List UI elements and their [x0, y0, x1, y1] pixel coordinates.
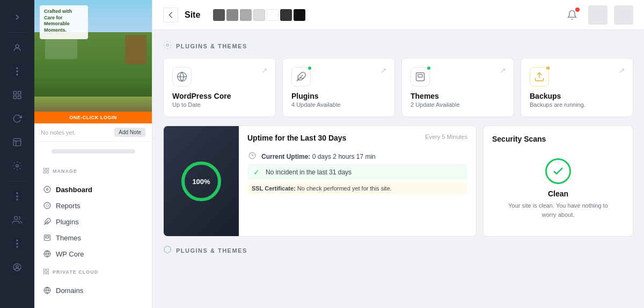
themes-icon: [43, 233, 52, 242]
card-arrow-3: ↗: [500, 66, 506, 75]
avatar-2[interactable]: [614, 5, 633, 25]
svg-rect-32: [46, 236, 49, 238]
ssl-row: SSL Certificate: No check performed yet …: [247, 182, 467, 195]
card-arrow-2: ↗: [380, 66, 387, 75]
svg-point-13: [17, 196, 18, 197]
svg-point-16: [17, 240, 18, 241]
domains-icon: [43, 286, 52, 295]
sidebar-item-wpcore[interactable]: WP Core: [34, 246, 152, 262]
dots-icon-1[interactable]: [6, 61, 28, 82]
nav-bar: [0, 0, 34, 308]
sidebar: Crafted with Care for Memorable Moments.…: [34, 0, 152, 308]
plugins-themes-section-2: PLUGINS & THEMES: [163, 245, 633, 262]
themes-label: Themes: [56, 234, 81, 242]
svg-rect-6: [13, 96, 16, 99]
svg-point-26: [46, 188, 48, 190]
plugins-card[interactable]: ↗ Plugins 4 Update Available: [282, 58, 395, 117]
thumbnail-card-title: Crafted with Care for Memorable Moments.: [44, 9, 84, 34]
refresh-icon[interactable]: [6, 108, 28, 129]
uptime-header: Uptime for the Last 30 Days Every 5 Minu…: [247, 134, 467, 142]
security-title: Security Scans: [492, 135, 624, 143]
sidebar-item-domains[interactable]: Domains: [34, 282, 152, 298]
themes-card[interactable]: ↗ Themes 2 Update Available: [401, 58, 514, 117]
content-area: PLUGINS & THEMES ↗ WordPress Core Up to …: [152, 30, 644, 308]
no-incident-text: No incident in the last 31 days: [266, 168, 352, 176]
plugins-themes-icon-2: [163, 245, 172, 256]
user-circle-icon[interactable]: [6, 37, 28, 58]
themes-card-subtitle: 2 Update Available: [411, 101, 505, 108]
one-click-login-btn[interactable]: ONE-CLICK LOGIN: [34, 112, 152, 123]
current-uptime-text: Current Uptime: 0 days 2 hours 17 min: [261, 153, 376, 160]
svg-rect-22: [47, 168, 49, 171]
no-notes-text: No notes yet.: [41, 129, 110, 136]
svg-point-1: [17, 68, 18, 69]
backups-card[interactable]: ↗ 0 Backups Backups are running.: [521, 58, 633, 117]
no-incident-stat: ✓ No incident in the last 31 days: [247, 165, 467, 180]
thumbnail-card: Crafted with Care for Memorable Moments.: [40, 5, 88, 39]
uptime-title: Uptime for the Last 30 Days: [247, 134, 346, 142]
swatch-dark-2[interactable]: [226, 9, 238, 21]
notes-bar: No notes yet. Add Note: [34, 123, 152, 142]
svg-point-14: [17, 199, 18, 201]
plugins-icon: [43, 217, 52, 226]
reports-icon: [43, 201, 52, 210]
card-arrow-4: ↗: [619, 66, 625, 75]
svg-point-19: [13, 263, 21, 271]
swatch-white[interactable]: [267, 9, 279, 21]
svg-rect-46: [416, 73, 425, 81]
users-icon[interactable]: [6, 209, 28, 231]
current-uptime-icon: [247, 152, 257, 161]
sidebar-item-reports[interactable]: Reports: [34, 197, 152, 214]
main-content: Site PLUGINS & THEME: [152, 0, 644, 308]
notification-button[interactable]: [562, 5, 582, 25]
plugins-themes-icon-1: [163, 41, 172, 52]
svg-point-11: [16, 165, 19, 167]
themes-card-title: Themes: [411, 92, 505, 100]
private-cloud-section: PRIVATE CLOUD: [34, 262, 152, 282]
sidebar-bar-area: [34, 142, 152, 161]
sidebar-item-dashboard[interactable]: Dashboard: [34, 181, 152, 197]
wpcore-icon: [43, 250, 52, 258]
add-note-button[interactable]: Add Note: [114, 128, 145, 137]
wordpress-core-card[interactable]: ↗ WordPress Core Up to Date: [163, 58, 276, 117]
grid-icon[interactable]: [6, 84, 28, 106]
back-button[interactable]: [163, 8, 178, 23]
svg-rect-5: [18, 91, 21, 94]
dashboard-icon: [43, 185, 52, 194]
expand-icon[interactable]: [6, 6, 28, 28]
svg-rect-47: [418, 75, 422, 77]
svg-rect-8: [13, 138, 21, 146]
themes-dot: [426, 65, 431, 71]
svg-point-20: [16, 265, 19, 268]
wordpress-core-title: WordPress Core: [172, 92, 267, 100]
svg-point-18: [17, 246, 18, 248]
swatch-black-2[interactable]: [294, 9, 305, 21]
profile-settings-icon[interactable]: [6, 256, 28, 278]
svg-point-28: [46, 204, 49, 207]
swatch-black-1[interactable]: [280, 9, 292, 21]
dots-icon-3[interactable]: [6, 233, 28, 254]
no-incident-icon: ✓: [252, 168, 261, 177]
private-cloud-label: PRIVATE CLOUD: [43, 268, 143, 276]
svg-point-41: [166, 44, 169, 46]
private-cloud-icon: [43, 268, 49, 276]
uptime-interval: Every 5 Minutes: [425, 134, 467, 140]
uptime-details: Uptime for the Last 30 Days Every 5 Minu…: [239, 126, 476, 236]
wordpress-core-icon: [172, 67, 192, 86]
ssl-label: SSL Certificate:: [252, 185, 296, 192]
uptime-circle-area: 100%: [164, 126, 239, 236]
layout-icon[interactable]: [6, 131, 28, 153]
nav-divider-2: [9, 181, 26, 181]
sidebar-item-themes[interactable]: Themes: [34, 230, 152, 246]
sidebar-item-plugins[interactable]: Plugins: [34, 214, 152, 230]
swatch-light-1[interactable]: [253, 9, 265, 21]
svg-rect-36: [47, 269, 49, 272]
dots-icon-2[interactable]: [6, 186, 28, 207]
avatar-1[interactable]: [588, 5, 608, 25]
top-bar: Site: [152, 0, 644, 30]
plugins-themes-header-1: PLUGINS & THEMES: [163, 41, 633, 52]
settings-icon[interactable]: [6, 155, 28, 177]
swatch-dark-3[interactable]: [240, 9, 252, 21]
plugins-themes-header-2: PLUGINS & THEMES: [163, 245, 633, 256]
swatch-dark-1[interactable]: [213, 9, 225, 21]
